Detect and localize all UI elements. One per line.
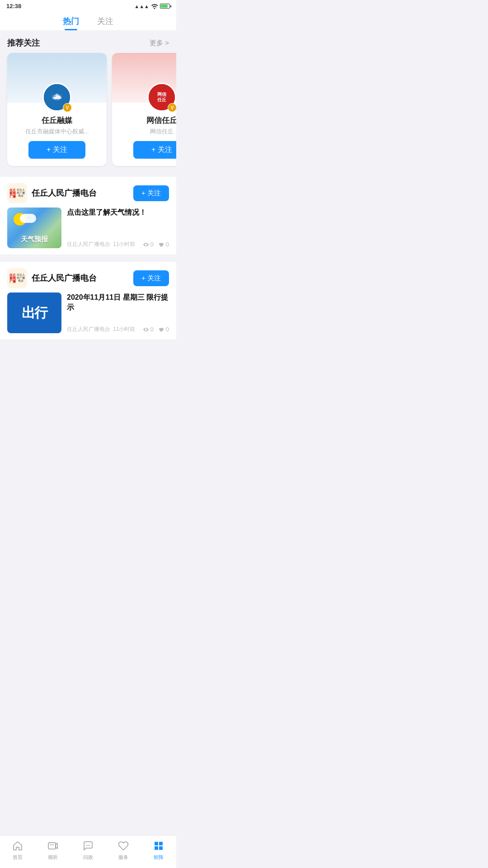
views-stat-2: 0 <box>143 326 154 333</box>
svg-point-1 <box>56 94 58 96</box>
nav-home-label: 首页 <box>13 854 23 861</box>
svg-rect-9 <box>159 842 163 845</box>
status-right: ▲▲▲ <box>134 4 170 9</box>
feed-article-1[interactable]: 天气预报 点击这里了解天气情况！ 任丘人民广播电台 11小时前 0 <box>0 208 176 255</box>
v-badge-wangxin: V <box>168 103 176 112</box>
feed-thumb-weather: 天气预报 <box>7 208 61 248</box>
tab-hot[interactable]: 热门 <box>63 16 79 30</box>
heart-icon <box>117 840 130 852</box>
home-icon <box>11 840 24 852</box>
logo-riqiu-rongmei: V <box>44 84 70 110</box>
follow-btn-feed-1[interactable]: + 关注 <box>133 185 169 201</box>
comment-icon <box>82 840 94 852</box>
channel-card-wangxin: 网信任丘 V 网信任丘 网信任丘 + 关注 <box>112 53 176 166</box>
recommend-header: 推荐关注 更多 > <box>0 30 176 53</box>
feed-meta-source-1: 任丘人民广播电台 <box>67 241 110 248</box>
battery-icon <box>160 4 170 9</box>
signal-icon: ▲▲▲ <box>134 4 149 9</box>
nav-matrix[interactable]: 矩阵 <box>141 840 176 861</box>
svg-rect-4 <box>52 844 54 845</box>
svg-rect-2 <box>48 843 56 849</box>
svg-rect-8 <box>155 842 158 845</box>
feed-meta-time-1: 11小时前 <box>113 241 135 248</box>
channel-name-riqiu: 任丘融媒 <box>42 115 72 126</box>
feed-source-1: 任丘人民广播电台 <box>32 188 97 198</box>
tab-header: 热门 关注 <box>0 11 176 30</box>
likes-stat-2: 0 <box>158 326 169 333</box>
channel-name-wangxin: 网信任丘 <box>146 115 176 126</box>
more-button[interactable]: 更多 > <box>150 39 169 47</box>
nav-ask[interactable]: 问政 <box>70 840 106 861</box>
follow-btn-feed-2[interactable]: + 关注 <box>133 270 169 286</box>
nav-home[interactable]: 首页 <box>0 840 35 861</box>
svg-rect-10 <box>155 846 158 850</box>
follow-btn-wangxin[interactable]: + 关注 <box>133 141 176 159</box>
feed-thumb-traffic: 出行 <box>7 292 61 333</box>
feed-title-2: 2020年11月11日 星期三 限行提示 <box>67 292 169 313</box>
v-badge-riqiu: V <box>63 103 72 112</box>
feed-header-1: 任丘新闻广播 任丘人民广播电台 任丘人民广播电台 + 关注 <box>0 177 176 208</box>
grid-icon <box>152 840 165 852</box>
feed-logo-1: 任丘新闻广播 任丘人民广播电台 <box>7 183 27 203</box>
svg-rect-11 <box>159 846 163 850</box>
views-stat-1: 0 <box>143 241 154 248</box>
feed-meta-time-2: 11小时前 <box>113 326 135 333</box>
feed-logo-2: 任丘新闻广播 任丘人民广播电台 <box>7 268 27 288</box>
feed-content-2: 2020年11月11日 星期三 限行提示 任丘人民广播电台 11小时前 0 0 <box>67 292 169 333</box>
svg-rect-3 <box>50 844 52 845</box>
feed-section-2: 任丘新闻广播 任丘人民广播电台 任丘人民广播电台 + 关注 出行 2020年11… <box>0 262 176 340</box>
recommend-title: 推荐关注 <box>7 38 40 48</box>
feed-article-2[interactable]: 出行 2020年11月11日 星期三 限行提示 任丘人民广播电台 11小时前 0 <box>0 292 176 340</box>
traffic-icon: 出行 <box>22 304 47 322</box>
feed-header-left-2: 任丘新闻广播 任丘人民广播电台 任丘人民广播电台 <box>7 268 97 288</box>
channel-card-riqiu-rongmei: V 任丘融媒 任丘市融媒体中心权威... + 关注 <box>7 53 107 166</box>
feed-header-left-1: 任丘新闻广播 任丘人民广播电台 任丘人民广播电台 <box>7 183 97 203</box>
feed-title-1: 点击这里了解天气情况！ <box>67 208 169 217</box>
bottom-nav: 首页 视听 问政 服务 <box>0 835 176 868</box>
status-time: 12:38 <box>6 3 21 9</box>
svg-point-6 <box>88 845 89 846</box>
likes-stat-1: 0 <box>158 241 169 248</box>
feed-source-2: 任丘人民广播电台 <box>32 273 97 283</box>
tab-follow[interactable]: 关注 <box>97 16 113 30</box>
svg-point-5 <box>86 845 87 846</box>
video-icon <box>47 840 59 852</box>
nav-service-label: 服务 <box>118 854 128 861</box>
feed-header-2: 任丘新闻广播 任丘人民广播电台 任丘人民广播电台 + 关注 <box>0 262 176 292</box>
channel-desc-riqiu: 任丘市融媒体中心权威... <box>25 127 89 136</box>
status-bar: 12:38 ▲▲▲ <box>0 0 176 11</box>
nav-ask-label: 问政 <box>83 854 93 861</box>
wifi-icon <box>151 4 158 9</box>
nav-service[interactable]: 服务 <box>106 840 141 861</box>
nav-video[interactable]: 视听 <box>35 840 70 861</box>
nav-video-label: 视听 <box>48 854 58 861</box>
channel-desc-wangxin: 网信任丘 <box>150 127 174 136</box>
logo-wangxin: 网信任丘 V <box>149 84 175 110</box>
nav-matrix-label: 矩阵 <box>154 854 164 861</box>
feed-section-1: 任丘新闻广播 任丘人民广播电台 任丘人民广播电台 + 关注 天气预报 点击这里了… <box>0 177 176 255</box>
feed-meta-source-2: 任丘人民广播电台 <box>67 326 110 333</box>
follow-btn-riqiu[interactable]: + 关注 <box>28 141 85 159</box>
svg-point-7 <box>89 845 90 846</box>
feed-content-1: 点击这里了解天气情况！ 任丘人民广播电台 11小时前 0 0 <box>67 208 169 248</box>
channels-scroll: V 任丘融媒 任丘市融媒体中心权威... + 关注 网信任丘 V 网信任丘 网信 <box>0 53 176 173</box>
